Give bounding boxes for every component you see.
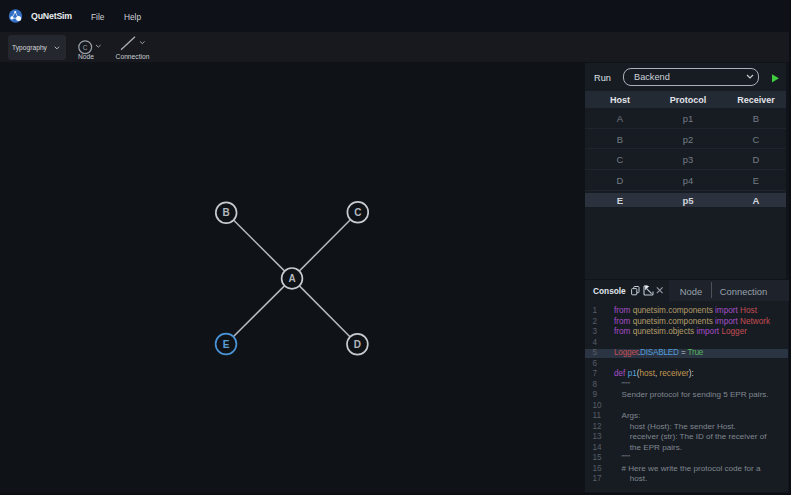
svg-text:B: B	[223, 207, 230, 218]
svg-text:E: E	[223, 339, 230, 350]
svg-text:A: A	[288, 273, 295, 284]
svg-text:D: D	[354, 339, 361, 350]
svg-text:C: C	[83, 44, 88, 51]
svg-text:C: C	[354, 207, 361, 218]
